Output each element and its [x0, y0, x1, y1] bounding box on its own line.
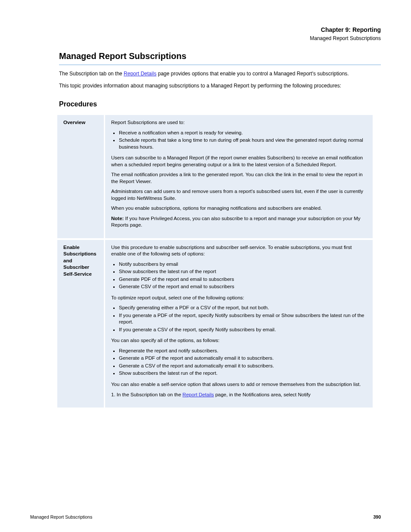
- enable-mid-1: To optimize report output, select one of…: [111, 295, 367, 302]
- table-row: Overview Report Subscriptions are used t…: [57, 115, 373, 238]
- row-label-overview: Overview: [57, 115, 104, 238]
- report-details-link-2[interactable]: Report Details: [183, 392, 214, 397]
- list-item: If you generate a PDF of the report, spe…: [119, 312, 367, 326]
- list-item: Schedule reports that take a long time t…: [119, 137, 367, 150]
- enable-list-1: Notify subscribers by email Show subscri…: [119, 261, 367, 290]
- intro-paragraph-2: This topic provides information about ma…: [59, 82, 381, 89]
- overview-p3: The email notification provides a link t…: [111, 171, 367, 185]
- intro-p1-prefix: The Subscription tab on the: [59, 71, 124, 77]
- enable-step-1: 1. In the Subscription tab on the Report…: [111, 392, 367, 398]
- list-item: Regenerate the report and notify subscri…: [119, 348, 367, 355]
- enable-list-2: Specify generating either a PDF or a CSV…: [119, 305, 367, 333]
- page-title: Managed Report Subscriptions: [59, 50, 381, 62]
- page-container: Chapter 9: Reporting Managed Report Subs…: [0, 0, 411, 532]
- list-item: Show subscribers the latest run of the r…: [119, 268, 367, 275]
- step-prefix: In the Subscription tab on the: [117, 392, 183, 397]
- overview-lead: Report Subscriptions are used to:: [111, 119, 367, 126]
- footer-page-number: 390: [373, 514, 381, 520]
- intro-block: The Subscription tab on the Report Detai…: [59, 70, 381, 89]
- list-item: Generate PDF of the report and email to …: [119, 276, 367, 283]
- list-item: Specify generating either a PDF or a CSV…: [119, 305, 367, 311]
- step-suffix: page, in the Notifications area, select …: [214, 392, 310, 397]
- page-footer: Managed Report Subscriptions 390: [30, 514, 381, 520]
- page-header: Chapter 9: Reporting Managed Report Subs…: [30, 26, 381, 42]
- header-section: Managed Report Subscriptions: [30, 35, 381, 42]
- row-content-overview: Report Subscriptions are used to: Receiv…: [105, 115, 373, 238]
- procedures-table: Overview Report Subscriptions are used t…: [56, 113, 374, 409]
- note-label: Note:: [111, 216, 125, 221]
- list-item: Generate CSV of the report and email to …: [119, 283, 367, 290]
- step-number: 1.: [111, 392, 115, 397]
- overview-note: Note: If you have Privileged Access, you…: [111, 215, 367, 229]
- footer-title: Managed Report Subscriptions: [30, 514, 92, 520]
- row-label-enable: Enable Subscriptions and Subscriber Self…: [57, 240, 104, 408]
- list-item: Notify subscribers by email: [119, 261, 367, 268]
- note-text: If you have Privileged Access, you can a…: [111, 216, 361, 228]
- list-item: Receive a notification when a report is …: [119, 130, 367, 137]
- overview-p2: Users can subscribe to a Managed Report …: [111, 155, 367, 168]
- list-item: Generate a PDF of the report and automat…: [119, 355, 367, 362]
- intro-p1-suffix: page provides options that enable you to…: [156, 71, 349, 77]
- list-item: Generate a CSV of the report and automat…: [119, 363, 367, 370]
- enable-trailing: You can also enable a self-service optio…: [111, 381, 367, 388]
- list-item: If you generate a CSV of the report, spe…: [119, 327, 367, 333]
- enable-lead: Use this procedure to enable subscriptio…: [111, 244, 367, 258]
- enable-list-3: Regenerate the report and notify subscri…: [119, 348, 367, 377]
- procedures-heading: Procedures: [59, 100, 381, 109]
- overview-p4: Administrators can add users to and remo…: [111, 188, 367, 202]
- header-chapter: Chapter 9: Reporting: [30, 26, 381, 34]
- title-rule: [59, 65, 381, 65]
- row-content-enable: Use this procedure to enable subscriptio…: [105, 240, 373, 408]
- overview-list: Receive a notification when a report is …: [119, 130, 367, 151]
- overview-p5: When you enable subscriptions, options f…: [111, 205, 367, 212]
- list-item: Show subscribers the latest run of the r…: [119, 370, 367, 377]
- report-details-link[interactable]: Report Details: [124, 71, 156, 77]
- enable-mid-2: You can also specify all of the options,…: [111, 337, 367, 344]
- table-row: Enable Subscriptions and Subscriber Self…: [57, 240, 373, 408]
- intro-paragraph-1: The Subscription tab on the Report Detai…: [59, 70, 381, 77]
